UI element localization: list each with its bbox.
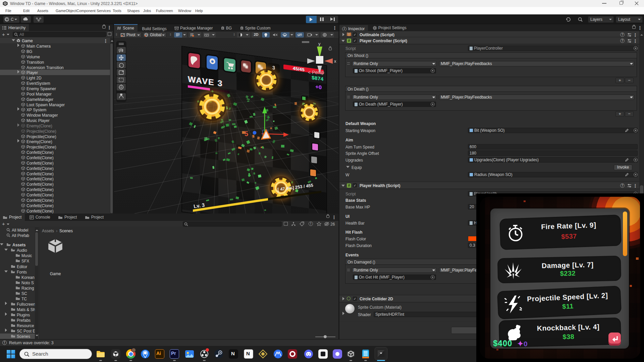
svg-text:x: x [334, 59, 336, 64]
svg-text:5: 5 [245, 130, 248, 137]
svg-text:[ 47.4%] 253 / 455: [ 47.4%] 253 / 455 [277, 183, 314, 192]
svg-text:y: y [318, 41, 321, 46]
